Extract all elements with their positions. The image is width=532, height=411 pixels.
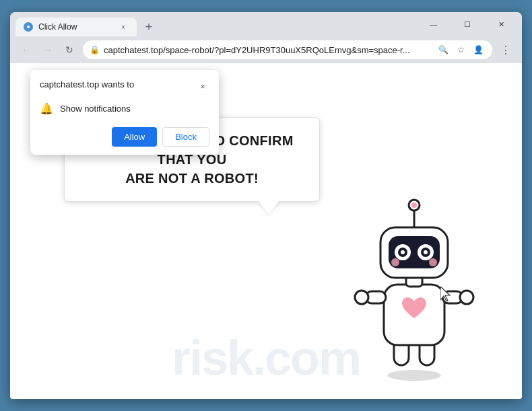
popup-notification-item: 🔔 Show notifications	[40, 100, 209, 118]
forward-button[interactable]: →	[40, 42, 56, 58]
bell-icon: 🔔	[40, 102, 53, 115]
maximize-button[interactable]: ☐	[452, 14, 483, 34]
svg-point-9	[355, 291, 368, 304]
search-icon[interactable]: 🔍	[436, 42, 451, 57]
svg-point-21	[391, 258, 399, 266]
popup-close-button[interactable]: ×	[196, 79, 209, 93]
mouse-cursor	[440, 287, 451, 305]
window-controls: — ☐ ✕	[418, 14, 517, 34]
close-button[interactable]: ✕	[486, 14, 517, 34]
title-bar: Click Allow × + — ☐ ✕	[10, 12, 522, 36]
lock-icon: 🔒	[90, 45, 100, 54]
tab-area: Click Allow × +	[15, 12, 413, 36]
popup-title: captchatest.top wants to	[40, 79, 134, 89]
svg-point-4	[387, 370, 441, 381]
new-tab-button[interactable]: +	[139, 17, 158, 36]
tab-close-button[interactable]: ×	[118, 22, 129, 32]
active-tab[interactable]: Click Allow ×	[15, 17, 137, 36]
tab-favicon	[24, 22, 33, 32]
url-text: captchatest.top/space-robot/?pl=dY2UHR9T…	[104, 45, 432, 55]
bookmark-icon[interactable]: ☆	[453, 42, 468, 57]
allow-button[interactable]: Allow	[112, 127, 157, 147]
popup-header: captchatest.top wants to ×	[40, 79, 209, 93]
svg-point-17	[401, 250, 405, 254]
popup-item-label: Show notifications	[60, 104, 131, 114]
url-actions: 🔍 ☆ 👤	[436, 42, 486, 57]
block-button[interactable]: Block	[162, 127, 209, 147]
browser-window: Click Allow × + — ☐ ✕ ← → ↻ 🔒 captchates…	[10, 12, 522, 399]
svg-point-25	[411, 202, 417, 208]
user-icon[interactable]: 👤	[471, 42, 486, 57]
watermark-text: risk.com	[172, 330, 360, 385]
robot-illustration	[347, 190, 481, 379]
browser-menu-button[interactable]: ⋮	[498, 42, 514, 58]
browser-content: risk.com captchatest.top wants to × 🔔 Sh…	[10, 63, 522, 399]
svg-point-20	[424, 250, 428, 254]
minimize-button[interactable]: —	[418, 14, 449, 34]
address-bar: ← → ↻ 🔒 captchatest.top/space-robot/?pl=…	[10, 36, 522, 63]
refresh-button[interactable]: ↻	[61, 42, 77, 58]
tab-title: Click Allow	[38, 22, 112, 32]
back-button[interactable]: ←	[18, 42, 34, 58]
svg-point-1	[27, 26, 30, 28]
url-bar[interactable]: 🔒 captchatest.top/space-robot/?pl=dY2UHR…	[83, 40, 492, 59]
svg-point-22	[429, 258, 437, 266]
permission-popup: captchatest.top wants to × 🔔 Show notifi…	[30, 70, 219, 155]
svg-point-11	[460, 291, 473, 304]
popup-actions: Allow Block	[40, 127, 209, 147]
